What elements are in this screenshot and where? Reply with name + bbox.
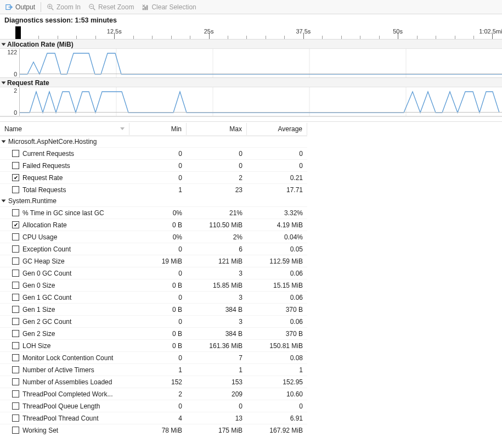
group-row[interactable]: System.Runtime xyxy=(0,195,307,206)
time-ruler[interactable]: 12.5s25s37.5s50s1:02.5min xyxy=(0,26,502,40)
table-row[interactable]: Total Requests12317.71 xyxy=(0,183,307,195)
zoom-in-button[interactable]: Zoom In xyxy=(43,2,84,12)
row-min: 1 xyxy=(129,365,187,375)
session-prefix: Diagnostics session: xyxy=(4,16,75,24)
table-row[interactable]: ThreadPool Completed Work...220910.60 xyxy=(0,388,307,400)
chart-title: Allocation Rate (MiB) xyxy=(7,41,74,48)
chart-plot[interactable] xyxy=(20,87,502,116)
row-avg: 150.81 MiB xyxy=(247,341,307,351)
clear-selection-button[interactable]: Clear Selection xyxy=(138,2,199,12)
table-row[interactable]: Failed Requests000 xyxy=(0,159,307,171)
row-name: Number of Active Timers xyxy=(22,366,94,374)
chart-plot[interactable] xyxy=(20,49,502,77)
table-row[interactable]: Request Rate020.21 xyxy=(0,171,307,183)
row-avg: 0.06 xyxy=(247,293,307,303)
chart-header-allocation[interactable]: Allocation Rate (MiB) xyxy=(0,40,502,49)
row-checkbox[interactable] xyxy=(12,342,19,349)
table-row[interactable]: Current Requests000 xyxy=(0,147,307,159)
table-row[interactable]: Exception Count060.05 xyxy=(0,243,307,255)
row-avg: 370 B xyxy=(247,305,307,315)
row-avg: 15.15 MiB xyxy=(247,281,307,290)
row-avg: 0.05 xyxy=(247,244,307,254)
row-checkbox[interactable] xyxy=(12,427,19,434)
table-row[interactable]: Gen 0 GC Count030.06 xyxy=(0,267,307,279)
row-min: 0 xyxy=(129,293,187,303)
chart-request-rate: Request Rate 2 0 xyxy=(0,78,502,116)
table-row[interactable]: Gen 2 GC Count030.06 xyxy=(0,315,307,327)
group-row[interactable]: Microsoft.AspNetCore.Hosting xyxy=(0,136,307,147)
table-row[interactable]: GC Heap Size19 MiB121 MiB112.59 MiB xyxy=(0,255,307,267)
row-checkbox[interactable] xyxy=(12,233,19,240)
row-checkbox[interactable] xyxy=(12,330,19,337)
row-checkbox[interactable] xyxy=(12,174,19,181)
row-max: 384 B xyxy=(187,329,247,339)
row-checkbox[interactable] xyxy=(12,294,19,301)
grid-header: Name Min Max Average xyxy=(0,122,307,136)
row-checkbox[interactable] xyxy=(12,390,19,397)
reset-zoom-button[interactable]: Reset Zoom xyxy=(85,2,137,12)
row-avg: 1 xyxy=(247,365,307,375)
output-label: Output xyxy=(15,3,35,11)
row-name: % Time in GC since last GC xyxy=(22,209,104,217)
collapse-icon xyxy=(2,82,6,85)
row-avg: 112.59 MiB xyxy=(247,256,307,266)
row-checkbox[interactable] xyxy=(12,402,19,410)
row-max: 23 xyxy=(187,185,247,195)
col-max[interactable]: Max xyxy=(187,123,247,135)
row-checkbox[interactable] xyxy=(12,221,19,228)
output-button[interactable]: Output xyxy=(2,2,38,12)
row-avg: 370 B xyxy=(247,329,307,339)
row-checkbox[interactable] xyxy=(12,318,19,325)
table-row[interactable]: ThreadPool Thread Count4136.91 xyxy=(0,412,307,424)
row-checkbox[interactable] xyxy=(12,306,19,313)
row-checkbox[interactable] xyxy=(12,150,19,157)
chart-header-request[interactable]: Request Rate xyxy=(0,78,502,87)
row-min: 152 xyxy=(129,377,187,387)
row-min: 0% xyxy=(129,208,187,218)
zoom-in-label: Zoom In xyxy=(57,3,81,11)
table-row[interactable]: Allocation Rate0 B110.50 MiB4.19 MiB xyxy=(0,219,307,231)
row-checkbox[interactable] xyxy=(12,257,19,265)
row-checkbox[interactable] xyxy=(12,415,19,422)
table-row[interactable]: Number of Assemblies Loaded152153152.95 xyxy=(0,376,307,388)
row-checkbox[interactable] xyxy=(12,162,19,169)
row-checkbox[interactable] xyxy=(12,270,19,277)
table-row[interactable]: Working Set78 MiB175 MiB167.92 MiB xyxy=(0,424,307,436)
row-checkbox[interactable] xyxy=(12,245,19,253)
row-min: 0 xyxy=(129,161,187,171)
row-checkbox[interactable] xyxy=(12,366,19,373)
row-min: 0 xyxy=(129,268,187,278)
row-checkbox[interactable] xyxy=(12,378,19,385)
row-checkbox[interactable] xyxy=(12,282,19,289)
ruler-tick-label: 12.5s xyxy=(107,28,122,35)
table-row[interactable]: Gen 0 Size0 B15.85 MiB15.15 MiB xyxy=(0,279,307,291)
table-row[interactable]: Gen 1 Size0 B384 B370 B xyxy=(0,303,307,315)
row-name: Number of Assemblies Loaded xyxy=(22,378,112,386)
col-name[interactable]: Name xyxy=(0,123,129,135)
table-row[interactable]: LOH Size0 B161.36 MiB150.81 MiB xyxy=(0,339,307,351)
row-min: 0 B xyxy=(129,305,187,315)
table-row[interactable]: Number of Active Timers111 xyxy=(0,363,307,376)
table-row[interactable]: CPU Usage0%2%0.04% xyxy=(0,231,307,243)
row-min: 2 xyxy=(129,389,187,399)
selection-marker[interactable] xyxy=(15,26,21,39)
row-min: 0 B xyxy=(129,281,187,290)
pane-divider[interactable] xyxy=(0,116,502,122)
table-row[interactable]: Gen 2 Size0 B384 B370 B xyxy=(0,327,307,339)
row-checkbox[interactable] xyxy=(12,209,19,216)
row-checkbox[interactable] xyxy=(12,186,19,193)
row-avg: 0.04% xyxy=(247,232,307,242)
col-min[interactable]: Min xyxy=(129,123,187,135)
row-checkbox[interactable] xyxy=(12,354,19,361)
table-row[interactable]: ThreadPool Queue Length000 xyxy=(0,400,307,412)
row-name: Monitor Lock Contention Count xyxy=(22,354,113,362)
row-min: 0 xyxy=(129,401,187,411)
ruler-tick-label: 1:02.5min xyxy=(479,28,502,35)
table-row[interactable]: Monitor Lock Contention Count070.08 xyxy=(0,351,307,363)
table-row[interactable]: Gen 1 GC Count030.06 xyxy=(0,291,307,303)
row-max: 2% xyxy=(187,232,247,242)
row-max: 13 xyxy=(187,413,247,423)
row-min: 19 MiB xyxy=(129,256,187,266)
col-avg[interactable]: Average xyxy=(247,123,307,135)
table-row[interactable]: % Time in GC since last GC0%21%3.32% xyxy=(0,206,307,219)
